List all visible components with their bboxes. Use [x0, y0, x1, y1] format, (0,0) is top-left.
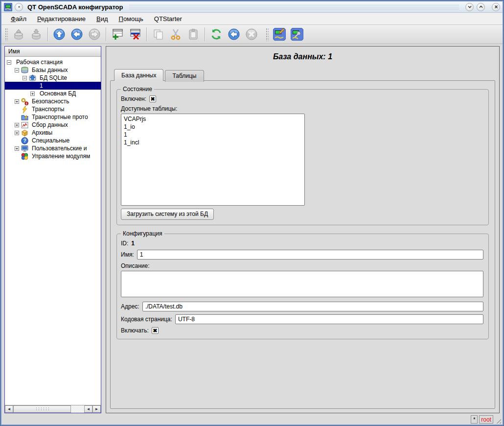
- resize-grip-icon[interactable]: [495, 417, 501, 424]
- tree-item-databases[interactable]: − Базы данных: [5, 66, 101, 74]
- expand-icon[interactable]: +: [15, 99, 19, 104]
- load-system-button[interactable]: Загрузить систему из этой БД: [121, 209, 214, 220]
- security-icon: [21, 98, 29, 105]
- tables-list[interactable]: VCAPrjs 1_io 1 1_incl: [121, 114, 305, 206]
- qtcfg-icon[interactable]: [271, 26, 288, 43]
- titlebar-stripes: [129, 5, 459, 9]
- scroll-left-icon[interactable]: ◄: [5, 405, 13, 413]
- tree-header[interactable]: Имя: [5, 47, 101, 57]
- refresh-icon[interactable]: [207, 26, 225, 43]
- id-value: 1: [131, 240, 135, 247]
- stop-icon: [243, 26, 260, 43]
- menu-edit[interactable]: Редактирование: [33, 14, 90, 24]
- tree-item-security[interactable]: + Безопасность: [5, 97, 101, 105]
- cut-icon[interactable]: [167, 26, 184, 43]
- name-label: Имя:: [121, 251, 134, 258]
- toolbar: [1, 25, 503, 44]
- enabled-label: Включен:: [121, 95, 146, 102]
- expand-icon[interactable]: +: [15, 123, 19, 127]
- codepage-label: Кодовая страница:: [121, 316, 172, 323]
- tree-item-archives[interactable]: + Архивы: [5, 129, 101, 137]
- name-input[interactable]: [137, 250, 483, 260]
- tab-bar: База данных Таблицы: [114, 69, 495, 81]
- save-to-db-icon: [27, 26, 45, 43]
- menu-help[interactable]: Помощь: [115, 14, 148, 24]
- transport-protocols-icon: [21, 114, 29, 121]
- paste-icon: [184, 26, 202, 43]
- description-label: Описание:: [121, 262, 150, 269]
- collapse-icon[interactable]: −: [23, 76, 27, 80]
- tree-item-transport-protocols[interactable]: Транспортные прото: [5, 113, 101, 121]
- list-item[interactable]: 1_incl: [123, 139, 303, 146]
- tree-item-workstation[interactable]: − Рабочая станция: [5, 58, 101, 66]
- to-enable-label: Включать:: [121, 327, 149, 334]
- id-label: ID:: [121, 240, 128, 247]
- collapse-icon[interactable]: −: [7, 60, 11, 65]
- delete-item-icon[interactable]: [126, 26, 144, 43]
- tree-item-db-1[interactable]: 1: [5, 82, 101, 90]
- close-icon[interactable]: [492, 3, 500, 11]
- toolbar-separator: [146, 27, 147, 41]
- expand-icon[interactable]: +: [30, 92, 35, 96]
- start-icon[interactable]: [225, 26, 243, 43]
- sticky-icon[interactable]: [15, 3, 23, 11]
- menu-file[interactable]: Файл: [6, 14, 31, 24]
- tab-tables[interactable]: Таблицы: [165, 70, 204, 82]
- list-item[interactable]: 1_io: [123, 123, 303, 131]
- forward-icon: [86, 26, 103, 43]
- to-enable-checkbox[interactable]: ✖: [152, 327, 159, 334]
- tree-item-special[interactable]: ? Специальные: [5, 137, 101, 144]
- tab-content: Состояние Включен: ✖ Доступные таблицы: …: [110, 80, 495, 409]
- menu-qtstarter[interactable]: QTStarter: [150, 14, 186, 24]
- list-item[interactable]: VCAPrjs: [123, 115, 303, 123]
- scroll-left-icon[interactable]: ◄: [84, 405, 92, 413]
- enabled-checkbox[interactable]: ✖: [149, 95, 156, 102]
- state-group: Состояние Включен: ✖ Доступные таблицы: …: [116, 86, 489, 225]
- tab-database[interactable]: База данных: [114, 69, 163, 81]
- databases-icon: [21, 67, 29, 74]
- codepage-input[interactable]: [175, 314, 483, 324]
- toolbar-separator: [47, 27, 48, 41]
- main-panel: База данных: 1 База данных Таблицы Состо…: [106, 46, 500, 413]
- back-icon[interactable]: [68, 26, 86, 43]
- statusbar: * root: [1, 414, 503, 425]
- svg-text:?: ?: [23, 138, 26, 143]
- sqlite-db-icon: [29, 74, 37, 82]
- menu-view[interactable]: Вид: [92, 14, 113, 24]
- toolbar-separator: [205, 27, 205, 41]
- content-area: Имя − Рабочая станция − Базы данных −: [1, 44, 503, 414]
- tree-horizontal-scrollbar[interactable]: ◄ ◄ ►: [5, 405, 101, 413]
- titlebar[interactable]: QT OpenSCADA конфигуратор: [1, 1, 503, 13]
- add-item-icon[interactable]: [109, 26, 126, 43]
- scrollbar-track[interactable]: [71, 405, 84, 413]
- up-icon[interactable]: [50, 26, 68, 43]
- config-group: Конфигурация ID: 1 Имя: Описание: А: [116, 230, 489, 339]
- description-input[interactable]: [121, 271, 483, 297]
- menubar: Файл Редактирование Вид Помощь QTStarter: [1, 13, 503, 25]
- page-title: База данных: 1: [110, 52, 495, 61]
- scrollbar-thumb[interactable]: [13, 405, 71, 413]
- user-interfaces-icon: [21, 145, 29, 152]
- tree-item-transports[interactable]: Транспорты: [5, 105, 101, 113]
- tree-item-user-interfaces[interactable]: + Пользовательские и: [5, 144, 101, 152]
- tree-item-data-acquisition[interactable]: + Сбор данных: [5, 121, 101, 129]
- minimize-icon[interactable]: [465, 3, 474, 11]
- tree-item-main-db[interactable]: + Основная БД: [5, 90, 101, 97]
- scroll-right-icon[interactable]: ►: [92, 405, 101, 413]
- maximize-icon[interactable]: [477, 3, 485, 11]
- address-input[interactable]: [142, 302, 483, 311]
- toolbar-handle[interactable]: [265, 27, 269, 41]
- collapse-icon[interactable]: −: [15, 68, 19, 72]
- list-item[interactable]: 1: [123, 131, 303, 139]
- toolbar-separator: [106, 27, 106, 41]
- expand-icon[interactable]: +: [15, 146, 19, 151]
- module-management-icon: [21, 153, 29, 160]
- tree-item-module-management[interactable]: Управление модулям: [5, 152, 101, 160]
- toolbar-handle[interactable]: [4, 27, 8, 41]
- archives-icon: [21, 129, 29, 137]
- tree-item-sqlite[interactable]: − БД SQLite: [5, 74, 101, 82]
- state-group-title: Состояние: [121, 86, 154, 93]
- expand-icon[interactable]: +: [15, 131, 19, 135]
- special-icon: ?: [21, 137, 29, 144]
- vision-icon[interactable]: [288, 26, 306, 43]
